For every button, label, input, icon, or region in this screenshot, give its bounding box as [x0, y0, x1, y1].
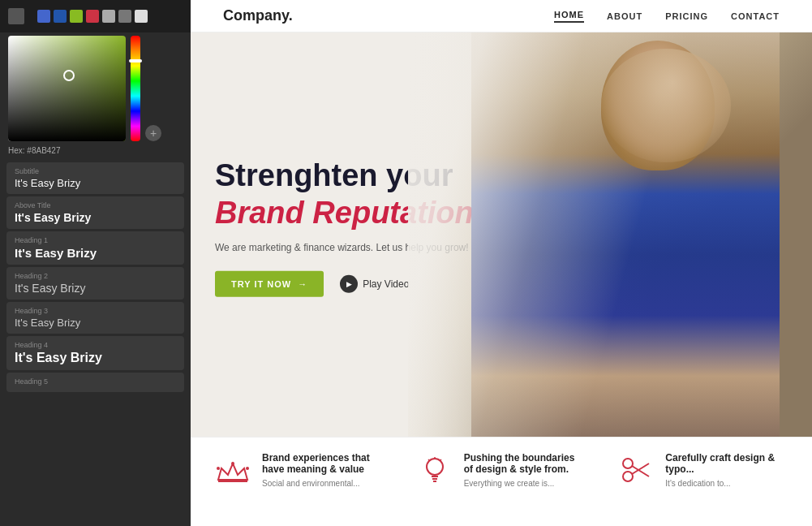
swatch-light-gray[interactable]	[102, 10, 115, 23]
nav-contact[interactable]: CONTACT	[731, 11, 780, 21]
color-gradient-row: +	[8, 36, 183, 141]
svg-point-2	[217, 467, 220, 470]
color-picker-area: +	[0, 32, 191, 144]
svg-point-3	[231, 462, 234, 465]
gradient-green	[8, 36, 126, 141]
color-hue-bar[interactable]	[131, 36, 140, 141]
website-logo: Company.	[223, 7, 293, 24]
text-block-h3-value: It's Easy Brizy	[15, 317, 176, 329]
text-block-subtitle-label: Subtitle	[15, 167, 176, 175]
feature-craft-title: Carefully craft design & typo...	[665, 452, 788, 475]
text-block-h1-label: Heading 1	[15, 236, 176, 244]
svg-point-4	[246, 467, 249, 470]
text-block-above-title-value: It's Easy Brizy	[15, 211, 176, 224]
toolbar-icon[interactable]	[8, 8, 24, 24]
swatch-blue[interactable]	[37, 10, 50, 23]
svg-point-12	[623, 472, 633, 481]
feature-design: Pushing the boundaries of design & style…	[417, 452, 586, 511]
website-header: Company. HOME ABOUT PRICING CONTACT	[191, 0, 812, 32]
text-block-above-title[interactable]: Above Title It's Easy Brizy	[6, 196, 184, 229]
color-add-button[interactable]: +	[145, 125, 161, 141]
feature-craft: Carefully craft design & typo... It's de…	[618, 452, 788, 511]
scissors-icon	[618, 452, 654, 488]
top-toolbar	[0, 0, 191, 32]
text-block-h5-label: Heading 5	[15, 377, 176, 386]
crown-icon	[215, 452, 251, 488]
svg-marker-0	[218, 463, 247, 480]
swatch-red[interactable]	[86, 10, 99, 23]
feature-brand-text: Brand experiences that have meaning & va…	[262, 452, 385, 489]
feature-design-text: Pushing the boundaries of design & style…	[464, 452, 586, 489]
play-video-button[interactable]: ▶ Play Video	[340, 274, 409, 292]
color-swatches-row	[29, 3, 156, 29]
text-block-h3-label: Heading 3	[15, 307, 176, 315]
bulb-icon	[417, 452, 453, 488]
hex-display: Hex: #8AB427	[0, 144, 191, 160]
try-it-arrow: →	[298, 278, 307, 288]
swatch-dark-blue[interactable]	[54, 10, 67, 23]
play-icon: ▶	[340, 274, 358, 292]
play-video-label: Play Video	[363, 278, 409, 289]
text-block-h2-label: Heading 2	[15, 272, 176, 280]
svg-line-14	[632, 463, 649, 474]
text-block-h4[interactable]: Heading 4 It's Easy Brizy	[6, 336, 184, 370]
swatch-very-light-gray[interactable]	[135, 10, 148, 23]
right-content: Company. HOME ABOUT PRICING CONTACT Stre…	[191, 0, 812, 526]
try-it-label: TRY IT NOW	[231, 278, 291, 288]
text-block-h2[interactable]: Heading 2 It's Easy Brizy	[6, 267, 184, 300]
text-block-h1-value: It's Easy Brizy	[15, 246, 176, 260]
nav-about[interactable]: ABOUT	[607, 11, 642, 21]
swatch-green[interactable]	[70, 10, 83, 23]
svg-line-15	[632, 466, 649, 476]
nav-pricing[interactable]: PRICING	[665, 11, 708, 21]
text-block-subtitle-value: It's Easy Brizy	[15, 177, 176, 189]
text-block-h4-label: Heading 4	[15, 341, 176, 349]
feature-brand-title: Brand experiences that have meaning & va…	[262, 452, 385, 475]
hero-section: Strenghten your Brand Reputation We are …	[191, 32, 812, 437]
svg-point-13	[623, 459, 633, 468]
text-block-h4-value: It's Easy Brizy	[15, 351, 176, 365]
feature-brand-desc: Social and environmental...	[262, 478, 385, 489]
swatch-mid-gray[interactable]	[118, 10, 131, 23]
text-block-h3[interactable]: Heading 3 It's Easy Brizy	[6, 302, 184, 334]
feature-design-desc: Everything we create is...	[464, 478, 586, 489]
gradient-cursor	[63, 70, 75, 81]
feature-brand: Brand experiences that have meaning & va…	[215, 452, 385, 511]
feature-design-title: Pushing the boundaries of design & style…	[464, 452, 586, 475]
text-block-h2-value: It's Easy Brizy	[15, 282, 176, 295]
text-block-above-title-label: Above Title	[15, 201, 176, 209]
color-gradient[interactable]	[8, 36, 126, 141]
features-section: Brand experiences that have meaning & va…	[191, 437, 812, 526]
left-panel: + Hex: #8AB427 Subtitle It's Easy Brizy …	[0, 0, 191, 526]
text-block-subtitle[interactable]: Subtitle It's Easy Brizy	[6, 162, 184, 194]
nav-home[interactable]: HOME	[554, 10, 584, 23]
hero-background-image	[408, 32, 812, 437]
website-nav: HOME ABOUT PRICING CONTACT	[554, 10, 780, 23]
hue-cursor	[129, 59, 142, 63]
feature-craft-desc: It's dedication to...	[665, 478, 788, 489]
feature-craft-text: Carefully craft design & typo... It's de…	[665, 452, 788, 489]
try-it-now-button[interactable]: TRY IT NOW →	[215, 270, 324, 296]
text-block-h1[interactable]: Heading 1 It's Easy Brizy	[6, 231, 184, 265]
text-block-h5[interactable]: Heading 5	[6, 373, 184, 392]
